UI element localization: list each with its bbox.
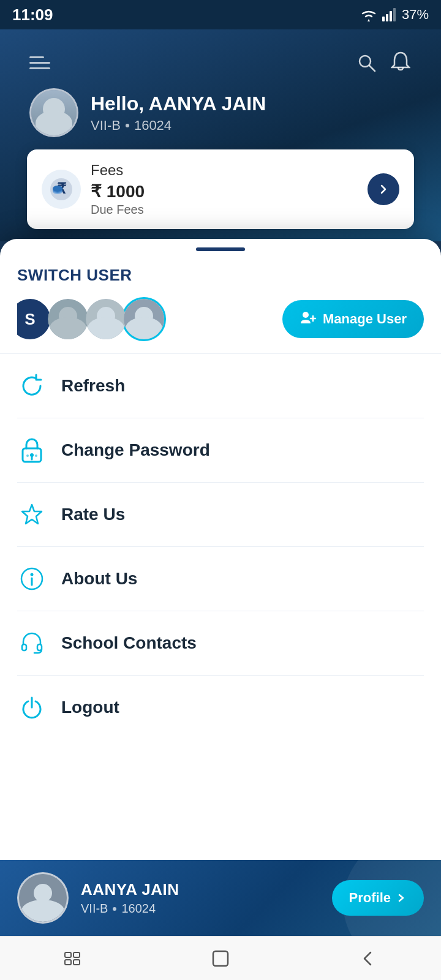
- bottom-footer: AANYA JAIN VII-B 16024 Profile: [0, 860, 441, 936]
- svg-rect-0: [382, 17, 385, 21]
- top-header: [15, 42, 426, 74]
- manage-user-button[interactable]: Manage User: [282, 300, 424, 338]
- greeting-text: Hello, AANYA JAIN: [91, 92, 266, 115]
- search-icon[interactable]: [355, 51, 377, 74]
- svg-point-22: [31, 573, 34, 576]
- nav-menu-button[interactable]: [49, 943, 98, 974]
- fees-due: Due Fees: [91, 203, 358, 217]
- profile-label: Profile: [349, 890, 391, 906]
- svg-rect-24: [22, 644, 26, 650]
- svg-line-5: [369, 66, 375, 71]
- fees-info: Fees ₹ 1000 Due Fees: [91, 162, 358, 217]
- refresh-label: Refresh: [61, 376, 125, 396]
- bottom-sheet: SWITCH USER S: [0, 239, 441, 980]
- header-right-icons: [355, 51, 412, 74]
- menu-list: Refresh Change Password: [0, 354, 441, 860]
- svg-rect-2: [390, 11, 392, 21]
- menu-item-school-contacts[interactable]: School Contacts: [17, 611, 424, 676]
- info-icon: [17, 564, 47, 594]
- nav-back-button[interactable]: [343, 943, 392, 974]
- svg-point-11: [303, 312, 309, 318]
- svg-rect-3: [393, 8, 396, 21]
- footer-avatar: [17, 872, 69, 924]
- avatar: [29, 88, 78, 137]
- svg-rect-28: [74, 952, 80, 957]
- switch-user-section: SWITCH USER S: [0, 251, 441, 353]
- battery-text: 37%: [402, 7, 429, 23]
- profile-section: Hello, AANYA JAIN VII-B 16024: [15, 74, 426, 149]
- svg-point-19: [35, 454, 37, 457]
- svg-rect-27: [65, 952, 71, 957]
- menu-item-logout[interactable]: Logout: [17, 676, 424, 739]
- footer-student-id: 16024: [121, 902, 156, 916]
- logout-label: Logout: [61, 698, 119, 717]
- hamburger-icon[interactable]: [29, 56, 50, 69]
- svg-rect-1: [386, 14, 388, 21]
- fees-amount: ₹ 1000: [91, 181, 358, 202]
- user-avatars: S: [17, 297, 166, 341]
- svg-rect-31: [213, 951, 228, 966]
- svg-point-17: [26, 454, 29, 457]
- headset-icon: [17, 628, 47, 658]
- menu-item-refresh[interactable]: Refresh: [17, 354, 424, 418]
- menu-item-about-us[interactable]: About Us: [17, 547, 424, 611]
- status-icons: 37%: [360, 7, 429, 23]
- svg-point-18: [31, 454, 33, 457]
- user-avatar-s[interactable]: S: [8, 297, 52, 341]
- wifi-icon: [360, 8, 377, 21]
- status-bar: 11:09 37%: [0, 0, 441, 29]
- change-password-label: Change Password: [61, 440, 210, 460]
- svg-rect-29: [65, 960, 71, 965]
- refresh-icon: [17, 371, 47, 401]
- fees-arrow[interactable]: [368, 173, 399, 205]
- user-avatar-2[interactable]: [46, 297, 90, 341]
- nav-home-button[interactable]: [196, 943, 245, 974]
- profile-info: Hello, AANYA JAIN VII-B 16024: [91, 92, 266, 134]
- power-icon: [17, 693, 47, 722]
- profile-button[interactable]: Profile: [332, 880, 424, 916]
- fees-icon: ₹: [42, 170, 81, 209]
- user-avatar-4[interactable]: [122, 297, 166, 341]
- signal-icon: [382, 8, 397, 21]
- rate-us-label: Rate Us: [61, 505, 125, 524]
- dot-separator: [126, 124, 129, 127]
- nav-bar: [0, 936, 441, 980]
- footer-sub: VII-B 16024: [81, 902, 320, 916]
- svg-point-10: [53, 186, 62, 192]
- user-avatar-3[interactable]: [84, 297, 128, 341]
- profile-sub: VII-B 16024: [91, 118, 266, 134]
- footer-class: VII-B: [81, 902, 108, 916]
- menu-item-change-password[interactable]: Change Password: [17, 418, 424, 483]
- footer-info: AANYA JAIN VII-B 16024: [81, 880, 320, 916]
- switch-user-title: SWITCH USER: [17, 266, 424, 285]
- star-icon: [17, 500, 47, 529]
- menu-item-rate-us[interactable]: Rate Us: [17, 483, 424, 547]
- fees-card[interactable]: ₹ Fees ₹ 1000 Due Fees: [27, 149, 414, 229]
- manage-user-icon: [300, 310, 317, 328]
- switch-user-row: S: [17, 297, 424, 341]
- fees-title: Fees: [91, 162, 358, 179]
- manage-user-label: Manage User: [323, 311, 407, 327]
- lock-icon: [17, 435, 47, 465]
- student-id: 16024: [134, 118, 172, 134]
- svg-marker-20: [22, 505, 42, 524]
- status-time: 11:09: [12, 6, 53, 24]
- app-background: Hello, AANYA JAIN VII-B 16024 ₹ Fees ₹ 1…: [0, 29, 441, 241]
- footer-dot: [113, 907, 116, 911]
- notification-icon[interactable]: [390, 51, 412, 74]
- school-contacts-label: School Contacts: [61, 633, 197, 653]
- about-us-label: About Us: [61, 569, 137, 589]
- svg-rect-30: [74, 960, 80, 965]
- profile-arrow-icon: [396, 892, 407, 903]
- class-label: VII-B: [91, 118, 121, 134]
- footer-name: AANYA JAIN: [81, 880, 320, 899]
